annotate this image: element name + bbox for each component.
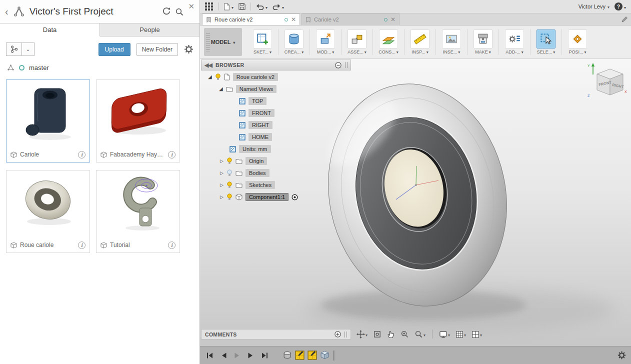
tree-row-root[interactable]: ◢ Roue cariole v2 (201, 71, 351, 83)
pan-hand-button[interactable] (386, 329, 396, 340)
timeline-sketch-feature-icon[interactable] (308, 350, 317, 360)
timeline-step-back-button[interactable] (220, 351, 228, 360)
design-card-cariole[interactable]: Cariole i (6, 80, 90, 162)
lightbulb-on-icon[interactable] (226, 158, 232, 164)
viewports-button[interactable] (470, 328, 484, 340)
toolbar-addins[interactable]: ADD-... (499, 30, 530, 54)
file-menu-button[interactable] (224, 2, 234, 11)
zoom-button[interactable] (399, 329, 410, 340)
node-label[interactable]: Bodies (246, 169, 270, 177)
timeline-step-forward-button[interactable] (246, 351, 255, 360)
lightbulb-on-icon[interactable] (226, 182, 232, 188)
tree-row-origin[interactable]: ▷ Origin (201, 155, 351, 167)
collapse-panel-icon[interactable]: ◀◀ (204, 62, 212, 68)
timeline-sketch-feature-icon[interactable] (295, 350, 304, 360)
lightbulb-on-icon[interactable] (215, 74, 221, 80)
close-tab-icon[interactable]: ✕ (291, 16, 296, 22)
refresh-icon[interactable] (162, 7, 170, 16)
collapsed-triangle-icon[interactable]: ▷ (220, 195, 224, 200)
timeline-settings-gear-icon[interactable] (618, 351, 626, 360)
branch-dropdown-caret[interactable]: ⌄ (22, 42, 34, 56)
node-label-selected[interactable]: Component1:1 (246, 193, 288, 201)
node-label[interactable]: Origin (246, 157, 267, 165)
collapsed-triangle-icon[interactable]: ▷ (220, 171, 224, 176)
tab-data[interactable]: Data (0, 24, 100, 36)
toolbar-create[interactable]: CREA... (278, 30, 310, 54)
settings-gear-icon[interactable] (184, 44, 194, 54)
tree-row-named-views[interactable]: ◢ Named Views (201, 83, 351, 95)
toolbar-construct[interactable]: CONS... (373, 30, 404, 54)
timeline-skip-end-button[interactable] (260, 351, 270, 360)
timeline-skip-start-button[interactable] (205, 351, 214, 360)
display-settings-button[interactable] (438, 328, 452, 340)
toolbar-insert[interactable]: INSE... (436, 30, 467, 54)
lightbulb-off-icon[interactable] (226, 170, 232, 176)
panel-drag-grip[interactable] (345, 62, 348, 68)
undo-button[interactable] (256, 2, 268, 11)
panel-drag-grip[interactable] (344, 332, 347, 338)
tree-row-sketches[interactable]: ▷ Sketches (201, 179, 351, 191)
info-icon[interactable]: i (78, 242, 86, 249)
toolbar-modify[interactable]: MOD... (310, 30, 341, 54)
tree-row-units[interactable]: Units: mm (201, 143, 351, 155)
collapsed-triangle-icon[interactable]: ▷ (220, 183, 224, 188)
view-label[interactable]: RIGHT (248, 121, 272, 129)
toolbar-select[interactable]: SELE... (530, 30, 562, 54)
timeline-extrude-feature-icon[interactable] (320, 350, 330, 360)
units-label[interactable]: Units: mm (239, 145, 271, 153)
help-menu[interactable]: ? (614, 2, 626, 11)
back-chevron-icon[interactable]: ‹ (5, 6, 8, 16)
view-label[interactable]: TOP (248, 97, 266, 105)
tree-row-bodies[interactable]: ▷ Bodies (201, 167, 351, 179)
close-tab-icon[interactable]: ✕ (390, 16, 396, 22)
info-icon[interactable]: i (168, 242, 176, 249)
toolbar-inspect[interactable]: INSP... (404, 30, 436, 54)
view-label[interactable]: FRONT (248, 109, 274, 117)
activate-component-icon[interactable] (292, 194, 298, 200)
expanded-triangle-icon[interactable]: ◢ (208, 74, 212, 80)
look-at-button[interactable] (372, 329, 383, 340)
tree-root-label[interactable]: Roue cariole v2 (233, 73, 278, 81)
tree-row-component1[interactable]: ▷ Component1:1 (201, 191, 351, 203)
add-comment-icon[interactable] (334, 331, 341, 338)
doc-tab-roue-cariole-v2[interactable]: Roue cariole v2 ✕ (202, 14, 300, 25)
pan-tool-button[interactable] (355, 328, 369, 340)
user-menu[interactable]: Victor Levy (578, 4, 610, 10)
version-branch-selector[interactable]: ⌄ (6, 42, 34, 56)
info-icon[interactable]: i (78, 151, 86, 158)
upload-button[interactable]: Upload (98, 43, 130, 56)
tab-people[interactable]: People (100, 24, 200, 36)
toolbar-position[interactable]: POSI... (562, 30, 593, 54)
toolbar-assemble[interactable]: ASSE... (342, 30, 372, 54)
collapsed-triangle-icon[interactable]: ▷ (220, 159, 224, 164)
toolbar-make[interactable]: MAKE (468, 30, 498, 54)
view-label[interactable]: HOME (248, 133, 272, 141)
tree-row-view-top[interactable]: TOP (201, 95, 351, 107)
zoom-window-button[interactable] (413, 328, 427, 340)
save-button[interactable] (238, 3, 246, 10)
minimize-circle-icon[interactable] (335, 62, 342, 68)
named-views-label[interactable]: Named Views (236, 85, 277, 93)
tree-row-view-home[interactable]: HOME (201, 131, 351, 143)
new-folder-button[interactable]: New Folder (136, 43, 178, 56)
timeline-play-button[interactable] (233, 351, 242, 360)
edit-pencil-icon[interactable] (621, 16, 628, 23)
info-icon[interactable]: i (168, 151, 176, 158)
design-card-roue-cariole[interactable]: Roue cariole i (6, 170, 90, 253)
expanded-triangle-icon[interactable]: ◢ (219, 86, 223, 92)
view-cube[interactable]: FRONT RIGHT Y X Z (586, 61, 628, 107)
timeline-revolve-feature-icon[interactable] (282, 350, 292, 360)
close-panel-icon[interactable]: ✕ (188, 2, 194, 11)
design-card-tutorial[interactable]: Tutorial i (96, 170, 180, 253)
lightbulb-on-icon[interactable] (226, 194, 232, 200)
comments-bar[interactable]: COMMENTS (201, 329, 351, 340)
app-grid-menu-icon[interactable] (205, 2, 213, 10)
design-card-fabacademy[interactable]: Fabacademy Hayb... i (96, 80, 180, 162)
doc-tab-cariole-v2[interactable]: Cariole v2 ✕ (302, 14, 400, 25)
timeline-position-marker[interactable] (334, 350, 335, 360)
workspace-switcher[interactable]: MODEL (204, 28, 242, 56)
grid-snap-button[interactable] (454, 328, 468, 340)
tree-row-view-right[interactable]: RIGHT (201, 119, 351, 131)
toolbar-sketch[interactable]: SKET... (247, 30, 278, 54)
node-label[interactable]: Sketches (246, 181, 275, 189)
